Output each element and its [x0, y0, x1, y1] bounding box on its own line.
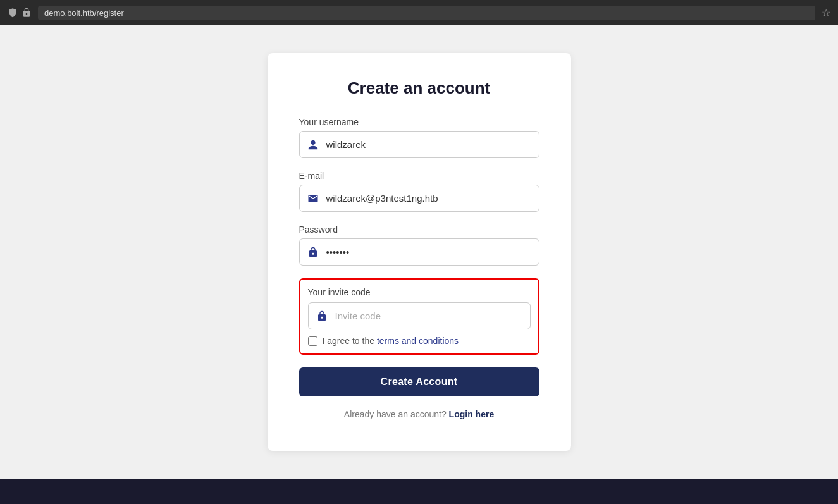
login-prompt: Already have an account? Login here	[299, 409, 539, 419]
username-input-wrapper	[299, 131, 539, 158]
url-bar[interactable]: demo.bolt.htb/register	[38, 6, 815, 20]
password-input-wrapper	[299, 238, 539, 266]
username-field-group: Your username	[299, 117, 539, 158]
invite-section: Your invite code I agree to the terms an…	[299, 278, 539, 355]
user-icon	[300, 139, 326, 151]
email-label: E-mail	[299, 171, 539, 181]
invite-code-input-wrapper	[308, 302, 531, 329]
invite-code-input[interactable]	[335, 303, 530, 329]
bookmark-icon[interactable]: ☆	[822, 7, 830, 19]
terms-checkbox[interactable]	[308, 336, 317, 346]
browser-bar: demo.bolt.htb/register ☆	[0, 0, 838, 25]
terms-link[interactable]: terms and conditions	[377, 336, 459, 346]
password-input[interactable]	[326, 239, 539, 265]
email-icon	[300, 193, 326, 204]
create-account-button[interactable]: Create Account	[299, 367, 539, 396]
terms-checkbox-row: I agree to the terms and conditions	[308, 336, 531, 346]
registration-card: Create an account Your username E-mail	[268, 53, 571, 451]
browser-icons	[8, 8, 32, 18]
page-content: Create an account Your username E-mail	[0, 25, 838, 479]
page-title: Create an account	[299, 78, 539, 98]
login-link[interactable]: Login here	[449, 409, 495, 419]
username-label: Your username	[299, 117, 539, 127]
invite-lock-icon	[309, 310, 335, 322]
lock-browser-icon	[22, 8, 32, 18]
email-input-wrapper	[299, 185, 539, 212]
shield-icon	[8, 8, 18, 18]
password-label: Password	[299, 224, 539, 235]
invite-code-field-group: Your invite code	[308, 287, 531, 329]
password-lock-icon	[300, 247, 326, 258]
terms-label: I agree to the terms and conditions	[323, 336, 459, 346]
taskbar	[0, 479, 838, 504]
password-field-group: Password	[299, 224, 539, 266]
invite-code-label: Your invite code	[308, 287, 531, 297]
username-input[interactable]	[326, 132, 539, 157]
email-field-group: E-mail	[299, 171, 539, 212]
email-input[interactable]	[326, 185, 539, 211]
url-text: demo.bolt.htb/register	[44, 8, 124, 18]
